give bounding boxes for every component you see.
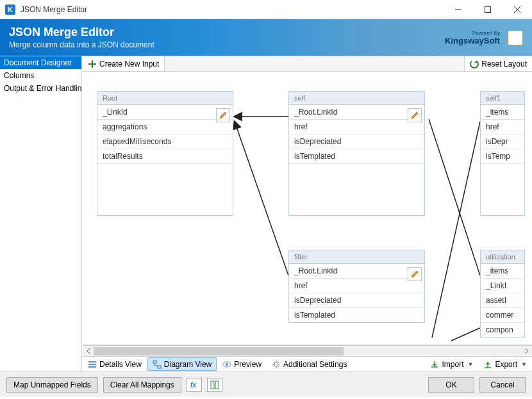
ok-button[interactable]: OK (428, 377, 474, 393)
edit-node-button[interactable] (408, 108, 422, 122)
preview-label: Preview (234, 360, 262, 369)
close-icon (514, 6, 520, 13)
node-field-row[interactable]: assetI (481, 293, 524, 308)
product-icon (508, 30, 523, 45)
diagram-canvas[interactable]: Root_LinkIdaggregationselapsedMillisecon… (83, 72, 532, 345)
plus-icon (88, 60, 97, 69)
refresh-icon (470, 60, 479, 69)
export-label: Export (495, 360, 517, 369)
svg-rect-10 (158, 366, 161, 368)
expression-editor-button[interactable]: fx (187, 378, 202, 392)
svg-line-2 (235, 122, 288, 275)
node-field-row[interactable]: aggregations (97, 120, 233, 134)
scrollbar-track[interactable] (94, 346, 521, 357)
maximize-button[interactable] (473, 0, 503, 19)
details-view-label: Details View (99, 360, 142, 369)
chevron-left-icon (86, 348, 91, 354)
pencil-icon (410, 270, 419, 279)
node-empty-area (289, 164, 424, 215)
brand-powered-by: Powered By (445, 30, 500, 36)
node-field-row[interactable]: _items (481, 264, 524, 279)
node-header[interactable]: self (289, 92, 424, 105)
svg-rect-7 (88, 364, 96, 365)
clear-all-mappings-button[interactable]: Clear All Mappings (103, 377, 181, 393)
grid-icon (210, 380, 219, 389)
node-field-row[interactable]: compon (481, 323, 524, 337)
export-icon (483, 360, 492, 369)
node-header[interactable]: Root (97, 92, 233, 105)
node-field-row[interactable]: isDepreciated (289, 293, 424, 308)
edit-node-button[interactable] (408, 267, 422, 281)
sidebar-item-columns[interactable]: Columns (0, 69, 81, 82)
node-field-row[interactable]: isTemplated (289, 308, 424, 322)
edit-node-button[interactable] (216, 108, 230, 122)
details-view-tab[interactable]: Details View (83, 357, 147, 371)
brand-area: Powered By KingswaySoft (445, 30, 523, 45)
node-field-row[interactable]: href (481, 120, 524, 134)
pencil-icon (219, 111, 228, 120)
node-header[interactable]: self1 (481, 92, 524, 105)
dialog-footer: Map Unmapped Fields Clear All Mappings f… (0, 371, 532, 397)
node-field-row[interactable]: _LinkI (481, 279, 524, 293)
node-root[interactable]: Root_LinkIdaggregationselapsedMillisecon… (97, 91, 233, 216)
node-self1[interactable]: self1_itemshrefisDeprisTemp (480, 91, 525, 216)
node-field-row[interactable]: _Root.LinkId (289, 105, 424, 120)
sidebar-item-document-designer[interactable]: Document Designer (0, 56, 81, 69)
node-field-row[interactable]: isDepreciated (289, 134, 424, 149)
pencil-icon (410, 111, 419, 120)
diagram-view-tab[interactable]: Diagram View (147, 357, 217, 371)
horizontal-scrollbar[interactable] (83, 345, 532, 356)
diagram-view-label: Diagram View (164, 360, 212, 369)
brand-name: KingswaySoft (445, 36, 500, 45)
node-header[interactable]: utilization (481, 250, 524, 264)
svg-rect-9 (153, 361, 156, 363)
node-self[interactable]: self_Root.LinkIdhrefisDepreciatedisTempl… (288, 91, 425, 216)
scroll-right-button[interactable] (521, 346, 532, 357)
node-field-row[interactable]: isDepr (481, 134, 524, 149)
node-field-row[interactable]: commer (481, 308, 524, 323)
import-label: Import (442, 360, 463, 369)
node-field-row[interactable]: href (289, 120, 424, 134)
nav-sidebar: Document Designer Columns Output & Error… (0, 56, 82, 371)
node-field-row[interactable]: totalResults (97, 149, 233, 164)
preview-tab[interactable]: Preview (217, 357, 267, 371)
import-button[interactable]: Import ▼ (425, 357, 478, 371)
node-filter[interactable]: filter_Root.LinkIdhrefisDepreciatedisTem… (288, 250, 425, 323)
svg-point-12 (226, 363, 228, 366)
app-icon: K (5, 4, 15, 15)
node-empty-area (481, 164, 524, 215)
reset-layout-label: Reset Layout (481, 60, 527, 69)
node-field-row[interactable]: _LinkId (97, 105, 233, 120)
svg-rect-0 (485, 6, 491, 12)
close-button[interactable] (503, 0, 532, 19)
column-mapper-button[interactable] (207, 378, 222, 392)
scrollbar-thumb[interactable] (94, 347, 344, 355)
node-field-row[interactable]: elapsedMilliseconds (97, 134, 233, 149)
list-icon (88, 360, 97, 369)
reset-layout-button[interactable]: Reset Layout (464, 56, 532, 71)
svg-rect-16 (215, 381, 219, 389)
additional-settings-tab[interactable]: Additional Settings (267, 357, 352, 371)
node-field-row[interactable]: href (289, 279, 424, 293)
node-field-row[interactable]: isTemp (481, 149, 524, 164)
node-field-row[interactable]: isTemplated (289, 149, 424, 164)
fx-icon: fx (190, 380, 199, 389)
node-header[interactable]: filter (289, 250, 424, 264)
maximize-icon (485, 6, 491, 13)
export-button[interactable]: Export ▼ (478, 357, 532, 371)
banner-subtitle: Merge column data into a JSON document (9, 40, 445, 49)
node-util[interactable]: utilization_items_LinkIassetIcommercompo… (480, 250, 525, 338)
cancel-button[interactable]: Cancel (479, 377, 526, 393)
view-tab-row: Details View Diagram View Preview Additi… (83, 356, 532, 371)
banner: JSON Merge Editor Merge column data into… (0, 19, 532, 56)
svg-rect-15 (211, 381, 214, 389)
map-unmapped-fields-button[interactable]: Map Unmapped Fields (6, 377, 98, 393)
svg-line-5 (451, 328, 480, 341)
minimize-button[interactable] (444, 0, 473, 19)
create-new-input-button[interactable]: Create New Input (83, 56, 165, 71)
node-field-row[interactable]: _Root.LinkId (289, 264, 424, 279)
sidebar-item-output-error[interactable]: Output & Error Handling (0, 82, 81, 95)
node-field-row[interactable]: _items (481, 105, 524, 120)
scroll-left-button[interactable] (83, 346, 94, 357)
svg-line-3 (432, 122, 480, 338)
